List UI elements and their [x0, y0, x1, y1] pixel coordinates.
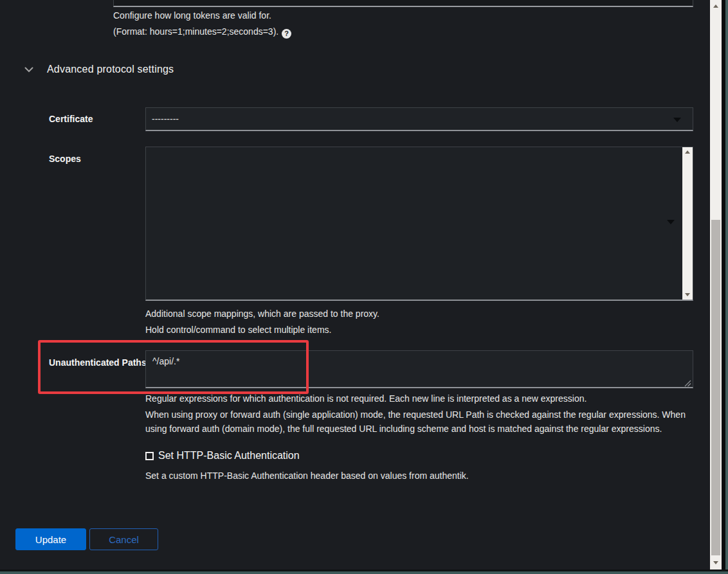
token-validity-help-line1: Configure how long tokens are valid for. — [113, 9, 271, 22]
token-validity-input[interactable] — [113, 0, 693, 7]
unauthenticated-paths-label: Unauthenticated Paths — [49, 355, 147, 371]
basic-auth-checkbox[interactable] — [145, 452, 154, 460]
basic-auth-row: Set HTTP-Basic Authentication — [145, 450, 300, 462]
page-scroll-up-icon[interactable] — [713, 4, 718, 8]
window-border-bottom — [0, 571, 728, 574]
caret-down-icon — [673, 118, 681, 122]
certificate-select[interactable]: --------- — [145, 107, 693, 131]
token-validity-format-text: (Format: hours=1;minutes=2;seconds=3). — [113, 26, 278, 37]
scopes-listbox[interactable] — [145, 147, 693, 301]
token-validity-help-line2: (Format: hours=1;minutes=2;seconds=3).? — [113, 25, 291, 39]
cancel-button[interactable]: Cancel — [89, 528, 158, 550]
advanced-protocol-settings-expander[interactable]: Advanced protocol settings — [24, 64, 174, 75]
question-circle-icon: ? — [282, 29, 291, 39]
page-scroll-down-icon[interactable] — [713, 561, 718, 564]
scopes-label: Scopes — [49, 154, 81, 164]
unauthenticated-paths-help-line2: When using proxy or forward auth (single… — [145, 408, 693, 436]
scopes-help-line1: Additional scope mappings, which are pas… — [145, 307, 379, 320]
scopes-listbox-scrollbar[interactable] — [682, 147, 693, 300]
scroll-up-icon[interactable] — [685, 150, 690, 154]
unauthenticated-paths-textarea[interactable]: ^/api/.* — [145, 350, 693, 388]
provider-settings-page: Configure how long tokens are valid for.… — [0, 0, 728, 574]
scopes-help-line2: Hold control/command to select multiple … — [145, 323, 331, 336]
basic-auth-label: Set HTTP-Basic Authentication — [158, 450, 300, 462]
page-scrollbar-thumb[interactable] — [711, 220, 720, 555]
advanced-protocol-settings-title: Advanced protocol settings — [47, 64, 174, 75]
scroll-down-icon[interactable] — [685, 293, 690, 296]
certificate-select-value: --------- — [152, 114, 179, 124]
update-button[interactable]: Update — [15, 528, 86, 550]
caret-down-icon — [667, 220, 675, 224]
basic-auth-help: Set a custom HTTP-Basic Authentication h… — [145, 469, 469, 482]
textarea-resize-grip-icon[interactable] — [683, 379, 691, 387]
chevron-down-icon — [24, 67, 33, 73]
unauthenticated-paths-help-line1: Regular expressions for which authentica… — [145, 392, 587, 405]
window-border-right — [725, 0, 728, 574]
certificate-label: Certificate — [49, 114, 93, 124]
